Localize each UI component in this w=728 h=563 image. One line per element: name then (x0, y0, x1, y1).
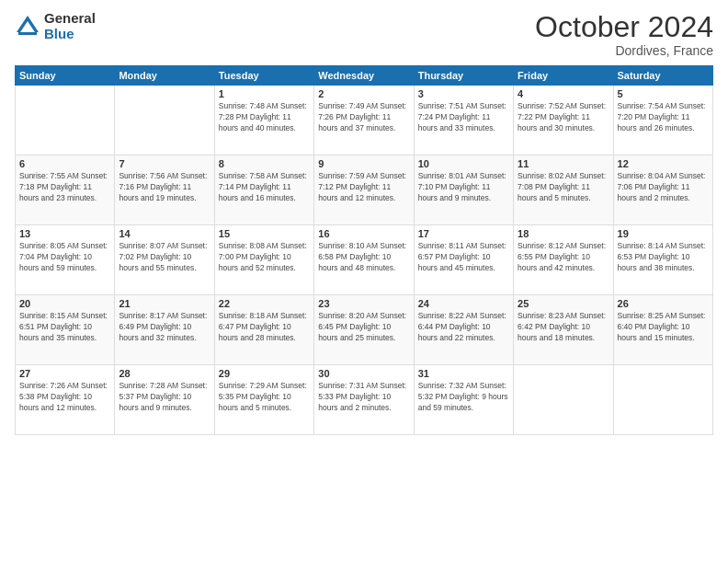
calendar-cell: 31Sunrise: 7:32 AM Sunset: 5:32 PM Dayli… (414, 365, 513, 435)
calendar-cell: 1Sunrise: 7:48 AM Sunset: 7:28 PM Daylig… (214, 86, 313, 155)
day-number: 15 (219, 228, 310, 239)
col-friday: Friday (514, 66, 613, 86)
day-info: Sunrise: 7:51 AM Sunset: 7:24 PM Dayligh… (418, 101, 509, 134)
calendar-cell: 27Sunrise: 7:26 AM Sunset: 5:38 PM Dayli… (16, 365, 115, 435)
day-number: 28 (119, 368, 210, 379)
day-number: 17 (418, 228, 509, 239)
day-number: 26 (618, 298, 709, 309)
logo-text: General Blue (44, 11, 96, 41)
day-number: 9 (318, 158, 409, 169)
calendar-cell: 3Sunrise: 7:51 AM Sunset: 7:24 PM Daylig… (414, 86, 513, 155)
day-info: Sunrise: 8:07 AM Sunset: 7:02 PM Dayligh… (119, 241, 210, 274)
calendar-cell: 12Sunrise: 8:04 AM Sunset: 7:06 PM Dayli… (613, 155, 712, 225)
logo: General Blue (15, 11, 96, 41)
calendar-cell: 16Sunrise: 8:10 AM Sunset: 6:58 PM Dayli… (314, 225, 414, 295)
day-number: 4 (518, 88, 609, 99)
day-info: Sunrise: 8:04 AM Sunset: 7:06 PM Dayligh… (618, 171, 709, 204)
day-info: Sunrise: 8:22 AM Sunset: 6:44 PM Dayligh… (418, 311, 509, 344)
day-number: 21 (119, 298, 210, 309)
day-number: 7 (119, 158, 210, 169)
location: Dordives, France (535, 43, 713, 58)
calendar-cell: 28Sunrise: 7:28 AM Sunset: 5:37 PM Dayli… (115, 365, 214, 435)
day-number: 10 (418, 158, 509, 169)
day-number: 12 (618, 158, 709, 169)
day-number: 6 (19, 158, 110, 169)
col-tuesday: Tuesday (214, 66, 313, 86)
col-wednesday: Wednesday (314, 66, 414, 86)
day-info: Sunrise: 7:59 AM Sunset: 7:12 PM Dayligh… (318, 171, 409, 204)
calendar-cell: 9Sunrise: 7:59 AM Sunset: 7:12 PM Daylig… (314, 155, 414, 225)
day-number: 2 (318, 88, 409, 99)
calendar-cell: 2Sunrise: 7:49 AM Sunset: 7:26 PM Daylig… (314, 86, 414, 155)
day-info: Sunrise: 8:14 AM Sunset: 6:53 PM Dayligh… (618, 241, 709, 274)
header: General Blue October 2024 Dordives, Fran… (15, 11, 713, 58)
calendar-cell: 26Sunrise: 8:25 AM Sunset: 6:40 PM Dayli… (613, 295, 712, 365)
logo-general-text: General (44, 11, 96, 27)
day-info: Sunrise: 8:12 AM Sunset: 6:55 PM Dayligh… (518, 241, 609, 274)
calendar-week-1: 1Sunrise: 7:48 AM Sunset: 7:28 PM Daylig… (16, 86, 713, 155)
day-number: 19 (618, 228, 709, 239)
calendar-week-2: 6Sunrise: 7:55 AM Sunset: 7:18 PM Daylig… (16, 155, 713, 225)
col-thursday: Thursday (414, 66, 513, 86)
day-number: 22 (219, 298, 310, 309)
day-info: Sunrise: 7:52 AM Sunset: 7:22 PM Dayligh… (518, 101, 609, 134)
day-info: Sunrise: 8:08 AM Sunset: 7:00 PM Dayligh… (219, 241, 310, 274)
calendar-cell: 18Sunrise: 8:12 AM Sunset: 6:55 PM Dayli… (514, 225, 613, 295)
day-number: 25 (518, 298, 609, 309)
day-number: 8 (219, 158, 310, 169)
calendar-cell: 30Sunrise: 7:31 AM Sunset: 5:33 PM Dayli… (314, 365, 414, 435)
day-number: 30 (318, 368, 409, 379)
day-info: Sunrise: 7:32 AM Sunset: 5:32 PM Dayligh… (418, 381, 509, 414)
calendar-cell (514, 365, 613, 435)
day-number: 11 (518, 158, 609, 169)
calendar-cell: 11Sunrise: 8:02 AM Sunset: 7:08 PM Dayli… (514, 155, 613, 225)
day-number: 29 (219, 368, 310, 379)
day-info: Sunrise: 7:26 AM Sunset: 5:38 PM Dayligh… (19, 381, 110, 414)
day-info: Sunrise: 7:31 AM Sunset: 5:33 PM Dayligh… (318, 381, 409, 414)
col-sunday: Sunday (16, 66, 115, 86)
calendar-cell: 19Sunrise: 8:14 AM Sunset: 6:53 PM Dayli… (613, 225, 712, 295)
calendar-week-3: 13Sunrise: 8:05 AM Sunset: 7:04 PM Dayli… (16, 225, 713, 295)
col-monday: Monday (115, 66, 214, 86)
day-info: Sunrise: 7:54 AM Sunset: 7:20 PM Dayligh… (618, 101, 709, 134)
col-saturday: Saturday (613, 66, 712, 86)
day-number: 5 (618, 88, 709, 99)
day-info: Sunrise: 8:11 AM Sunset: 6:57 PM Dayligh… (418, 241, 509, 274)
header-row: Sunday Monday Tuesday Wednesday Thursday… (16, 66, 713, 86)
day-info: Sunrise: 7:48 AM Sunset: 7:28 PM Dayligh… (219, 101, 310, 134)
day-info: Sunrise: 7:56 AM Sunset: 7:16 PM Dayligh… (119, 171, 210, 204)
day-number: 16 (318, 228, 409, 239)
calendar-cell: 23Sunrise: 8:20 AM Sunset: 6:45 PM Dayli… (314, 295, 414, 365)
calendar-cell: 5Sunrise: 7:54 AM Sunset: 7:20 PM Daylig… (613, 86, 712, 155)
day-info: Sunrise: 7:49 AM Sunset: 7:26 PM Dayligh… (318, 101, 409, 134)
calendar-cell (613, 365, 712, 435)
day-info: Sunrise: 8:18 AM Sunset: 6:47 PM Dayligh… (219, 311, 310, 344)
day-info: Sunrise: 8:01 AM Sunset: 7:10 PM Dayligh… (418, 171, 509, 204)
day-info: Sunrise: 7:58 AM Sunset: 7:14 PM Dayligh… (219, 171, 310, 204)
day-number: 1 (219, 88, 310, 99)
calendar-cell: 15Sunrise: 8:08 AM Sunset: 7:00 PM Dayli… (214, 225, 313, 295)
svg-rect-2 (18, 32, 37, 35)
title-block: October 2024 Dordives, France (535, 11, 713, 58)
calendar-cell: 14Sunrise: 8:07 AM Sunset: 7:02 PM Dayli… (115, 225, 214, 295)
day-info: Sunrise: 7:55 AM Sunset: 7:18 PM Dayligh… (19, 171, 110, 204)
month-title: October 2024 (535, 11, 713, 43)
day-info: Sunrise: 8:02 AM Sunset: 7:08 PM Dayligh… (518, 171, 609, 204)
calendar-cell (115, 86, 214, 155)
day-info: Sunrise: 8:20 AM Sunset: 6:45 PM Dayligh… (318, 311, 409, 344)
day-info: Sunrise: 8:25 AM Sunset: 6:40 PM Dayligh… (618, 311, 709, 344)
calendar-cell: 6Sunrise: 7:55 AM Sunset: 7:18 PM Daylig… (16, 155, 115, 225)
calendar-cell: 10Sunrise: 8:01 AM Sunset: 7:10 PM Dayli… (414, 155, 513, 225)
day-info: Sunrise: 8:15 AM Sunset: 6:51 PM Dayligh… (19, 311, 110, 344)
calendar-cell: 13Sunrise: 8:05 AM Sunset: 7:04 PM Dayli… (16, 225, 115, 295)
calendar-cell: 4Sunrise: 7:52 AM Sunset: 7:22 PM Daylig… (514, 86, 613, 155)
calendar-cell: 7Sunrise: 7:56 AM Sunset: 7:16 PM Daylig… (115, 155, 214, 225)
logo-icon (15, 14, 40, 40)
day-number: 20 (19, 298, 110, 309)
calendar-cell: 24Sunrise: 8:22 AM Sunset: 6:44 PM Dayli… (414, 295, 513, 365)
day-number: 31 (418, 368, 509, 379)
calendar-week-5: 27Sunrise: 7:26 AM Sunset: 5:38 PM Dayli… (16, 365, 713, 435)
day-info: Sunrise: 8:05 AM Sunset: 7:04 PM Dayligh… (19, 241, 110, 274)
calendar-cell: 20Sunrise: 8:15 AM Sunset: 6:51 PM Dayli… (16, 295, 115, 365)
calendar-cell: 21Sunrise: 8:17 AM Sunset: 6:49 PM Dayli… (115, 295, 214, 365)
